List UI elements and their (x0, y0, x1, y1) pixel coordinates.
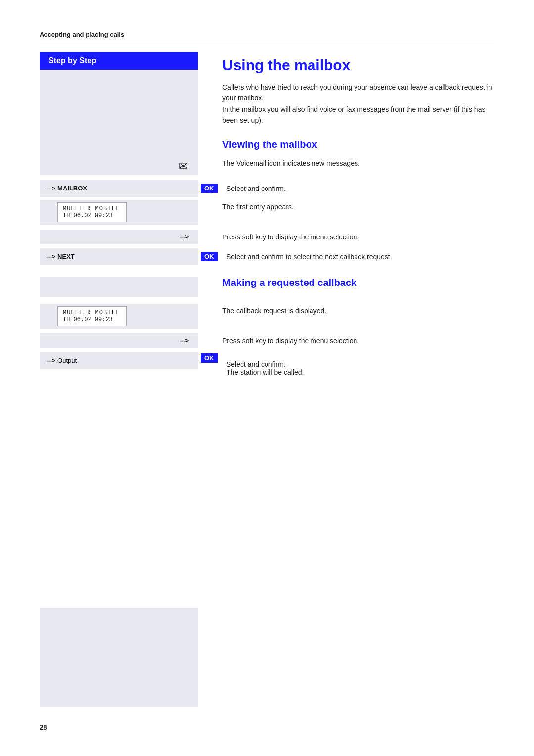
softkey2-arrow: ––> (180, 337, 188, 344)
left-step-voicemail: ✉ (40, 157, 198, 175)
step-by-step-bar: Step by Step (40, 52, 198, 70)
display-box-1: MUELLER MOBILE TH 06.02 09:23 (57, 202, 127, 222)
output-label: Output (57, 357, 77, 364)
voicemail-row: ✉ The Voicemail icon indicates new messa… (40, 157, 494, 175)
ok-col-next: OK (198, 252, 220, 261)
main-content: Step by Step Using the mailbox Callers w… (40, 52, 494, 157)
making-subtitle: Making a requested callback (222, 277, 494, 288)
display2-line1: MUELLER MOBILE (63, 309, 121, 316)
left-display2: MUELLER MOBILE TH 06.02 09:23 (40, 304, 198, 329)
right-voicemail: The Voicemail icon indicates new message… (198, 157, 494, 167)
next-label: NEXT (57, 253, 75, 260)
display2-line2: TH 06.02 09:23 (63, 316, 121, 323)
softkey1-arrow: ––> (180, 233, 188, 240)
next-ok: OK (201, 252, 218, 261)
page-container: Accepting and placing calls Step by Step… (0, 0, 534, 756)
left-panel-bottom (40, 608, 198, 707)
next-arrow: ––> (46, 253, 54, 260)
display2-row: MUELLER MOBILE TH 06.02 09:23 The callba… (40, 304, 494, 329)
left-display1: MUELLER MOBILE TH 06.02 09:23 (40, 200, 198, 225)
section-header-title: Accepting and placing calls (40, 31, 124, 38)
output-ok: OK (201, 353, 218, 363)
right-softkey2: Press soft key to display the menu selec… (198, 337, 494, 345)
softkey-row-1: ––> Press soft key to display the menu s… (40, 230, 494, 244)
voicemail-icon: ✉ (179, 160, 188, 173)
ok-col-output: OK (198, 352, 220, 363)
ok-col-mailbox: OK (198, 184, 220, 193)
mailbox-ok: OK (201, 184, 218, 193)
section-header: Accepting and placing calls (40, 30, 494, 41)
output-row: ––> Output OK Select and confirm. The st… (40, 352, 494, 376)
display1-line2: TH 06.02 09:23 (63, 212, 121, 219)
left-softkey1: ––> (40, 230, 198, 244)
display1-row: MUELLER MOBILE TH 06.02 09:23 The first … (40, 200, 494, 225)
right-softkey1: Press soft key to display the menu selec… (198, 233, 494, 241)
left-softkey2: ––> (40, 333, 198, 348)
making-callback-row: Making a requested callback (40, 277, 494, 297)
left-step-mailbox: ––> MAILBOX (40, 180, 198, 197)
left-making (40, 277, 198, 297)
viewing-subtitle: Viewing the mailbox (222, 139, 494, 150)
intro-text: Callers who have tried to reach you duri… (222, 82, 494, 126)
left-step-next: ––> NEXT (40, 248, 198, 265)
main-title: Using the mailbox (222, 57, 494, 74)
output-arrow: ––> (46, 357, 54, 364)
left-step-output: ––> Output (40, 352, 198, 369)
right-making: Making a requested callback (198, 277, 494, 288)
right-display1: The first entry appears. (198, 200, 494, 211)
right-mailbox: Select and confirm. (220, 185, 494, 192)
right-output: Select and confirm. The station will be … (220, 352, 494, 376)
softkey-row-2: ––> Press soft key to display the menu s… (40, 333, 494, 348)
next-row: ––> NEXT OK Select and confirm to select… (40, 248, 494, 265)
page-number: 28 (40, 723, 47, 731)
display1-line1: MUELLER MOBILE (63, 205, 121, 212)
left-panel: Step by Step (40, 52, 198, 157)
right-display2: The callback request is displayed. (198, 304, 494, 315)
mailbox-label: MAILBOX (57, 185, 87, 192)
display-box-2: MUELLER MOBILE TH 06.02 09:23 (57, 306, 127, 326)
mailbox-row: ––> MAILBOX OK Select and confirm. (40, 180, 494, 197)
right-panel: Using the mailbox Callers who have tried… (198, 52, 494, 157)
right-next: Select and confirm to select the next ca… (220, 253, 494, 261)
mailbox-arrow: ––> (46, 185, 54, 192)
